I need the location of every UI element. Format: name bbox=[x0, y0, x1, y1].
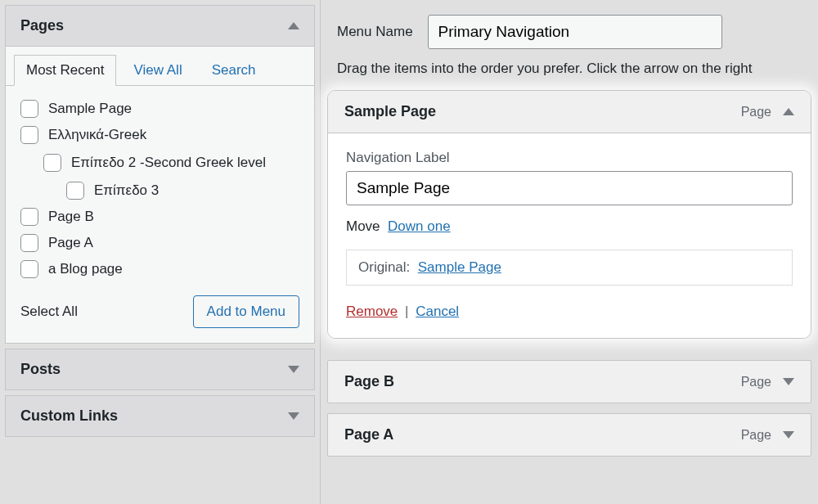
cancel-link[interactable]: Cancel bbox=[416, 304, 459, 319]
menu-item-title: Page A bbox=[344, 426, 393, 443]
chevron-down-icon bbox=[783, 431, 794, 439]
page-item: Ελληνικά-Greek bbox=[20, 122, 299, 148]
checkbox[interactable] bbox=[20, 234, 38, 252]
page-item-label: Ελληνικά-Greek bbox=[48, 127, 146, 143]
panel-custom-links-title: Custom Links bbox=[20, 407, 118, 425]
menu-item-type-indicator: Page bbox=[741, 375, 794, 389]
navigation-label-field-label: Navigation Label bbox=[346, 150, 793, 166]
menu-item-type-indicator: Page bbox=[741, 105, 794, 119]
panel-posts-title: Posts bbox=[20, 361, 61, 378]
menu-item-body: Navigation Label Move Down one Original:… bbox=[328, 133, 811, 338]
menu-item-page-a: Page A Page bbox=[327, 413, 811, 457]
move-down-one-link[interactable]: Down one bbox=[388, 218, 451, 234]
navigation-label-input[interactable] bbox=[346, 171, 793, 205]
original-page-link[interactable]: Sample Page bbox=[418, 259, 501, 275]
menu-item-header[interactable]: Sample Page Page bbox=[328, 91, 811, 133]
panel-pages-title: Pages bbox=[20, 17, 64, 34]
move-label: Move bbox=[346, 218, 380, 234]
panel-pages-body: Most Recent View All Search Sample Page … bbox=[6, 47, 314, 343]
menu-item-type-indicator: Page bbox=[741, 428, 794, 443]
checkbox[interactable] bbox=[43, 154, 61, 172]
menu-item-page-b: Page B Page bbox=[327, 360, 811, 403]
page-item: Page B bbox=[20, 204, 299, 230]
page-item: Επίπεδο 3 bbox=[20, 178, 299, 204]
add-to-menu-button[interactable]: Add to Menu bbox=[193, 295, 299, 328]
chevron-down-icon bbox=[288, 412, 299, 420]
chevron-down-icon bbox=[288, 366, 299, 373]
checkbox[interactable] bbox=[20, 126, 38, 144]
separator: | bbox=[405, 304, 408, 319]
page-item: Sample Page bbox=[20, 96, 299, 122]
checkbox[interactable] bbox=[66, 182, 84, 200]
menu-item-type-label: Page bbox=[741, 105, 771, 119]
select-all-label: Select All bbox=[20, 304, 78, 320]
menu-item-sample-page: Sample Page Page Navigation Label Move D… bbox=[327, 90, 811, 339]
remove-link[interactable]: Remove bbox=[346, 304, 398, 319]
menu-name-row: Menu Name bbox=[321, 0, 818, 61]
checkbox[interactable] bbox=[20, 100, 38, 118]
sidebar-column: Pages Most Recent View All Search Sample… bbox=[0, 0, 321, 504]
pages-tabs: Most Recent View All Search bbox=[6, 47, 314, 86]
panel-pages: Pages Most Recent View All Search Sample… bbox=[5, 5, 315, 344]
chevron-up-icon bbox=[288, 22, 299, 29]
menu-item-title: Sample Page bbox=[344, 103, 436, 120]
panel-posts: Posts bbox=[5, 349, 315, 390]
panel-posts-header[interactable]: Posts bbox=[6, 349, 314, 389]
checkbox[interactable] bbox=[20, 208, 38, 226]
menu-item-type-label: Page bbox=[741, 428, 771, 443]
panel-pages-header[interactable]: Pages bbox=[6, 6, 314, 47]
page-item: a Blog page bbox=[20, 256, 299, 282]
chevron-up-icon bbox=[783, 108, 794, 115]
page-item-label: Sample Page bbox=[48, 101, 132, 117]
menu-name-input[interactable] bbox=[428, 15, 722, 49]
page-item-label: Page A bbox=[48, 235, 93, 251]
menu-item-header[interactable]: Page B Page bbox=[328, 361, 811, 403]
menu-instructions: Drag the items into the order you prefer… bbox=[321, 61, 818, 90]
tab-search[interactable]: Search bbox=[200, 55, 268, 86]
panel-custom-links: Custom Links bbox=[5, 395, 315, 437]
pages-list: Sample Page Ελληνικά-Greek Επίπεδο 2 -Se… bbox=[20, 96, 299, 282]
menu-name-label: Menu Name bbox=[337, 24, 413, 40]
page-item: Επίπεδο 2 -Second Greek level bbox=[20, 148, 299, 178]
panel-custom-links-header[interactable]: Custom Links bbox=[6, 396, 314, 436]
menu-structure-column: Menu Name Drag the items into the order … bbox=[321, 0, 818, 504]
select-all-row: Select All bbox=[20, 304, 78, 320]
original-label: Original: bbox=[358, 259, 410, 275]
page-item-label: Επίπεδο 2 -Second Greek level bbox=[71, 152, 266, 173]
original-box: Original: Sample Page bbox=[346, 250, 793, 286]
page-item-label: Page B bbox=[48, 209, 94, 225]
menu-items-list: Sample Page Page Navigation Label Move D… bbox=[321, 90, 818, 457]
panel-pages-footer: Select All Add to Menu bbox=[20, 282, 299, 328]
checkbox[interactable] bbox=[20, 260, 38, 278]
menu-item-actions: Remove | Cancel bbox=[346, 304, 793, 320]
chevron-down-icon bbox=[783, 378, 794, 385]
menu-item-title: Page B bbox=[344, 373, 394, 390]
tab-view-all[interactable]: View All bbox=[121, 55, 194, 86]
page-item-label: Επίπεδο 3 bbox=[94, 182, 159, 199]
page-item: Page A bbox=[20, 230, 299, 256]
tab-most-recent[interactable]: Most Recent bbox=[14, 55, 116, 86]
move-row: Move Down one bbox=[346, 218, 793, 235]
menu-item-type-label: Page bbox=[741, 375, 771, 389]
page-item-label: a Blog page bbox=[48, 261, 123, 277]
menu-item-header[interactable]: Page A Page bbox=[328, 414, 811, 456]
